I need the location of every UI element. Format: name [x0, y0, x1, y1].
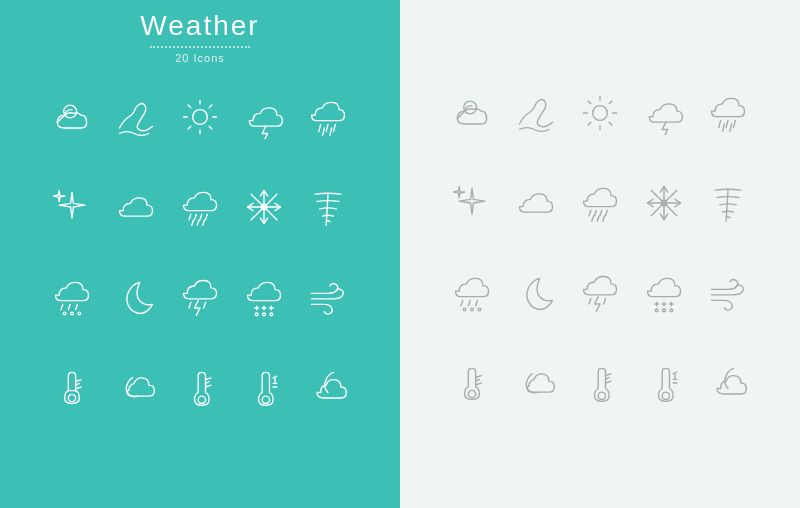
sparkles-icon-r — [440, 158, 504, 248]
bright-sun-icon — [168, 72, 232, 162]
thunder-cloud-icon — [232, 72, 296, 162]
header: Weather 20 Icons — [140, 10, 259, 64]
svg-line-16 — [195, 214, 197, 220]
tornado-icon — [296, 162, 360, 252]
header-title: Weather — [140, 10, 259, 42]
thermometer-hot-icon — [168, 342, 232, 432]
svg-line-36 — [61, 304, 63, 310]
sleet-icon-r — [440, 248, 504, 338]
svg-point-40 — [71, 312, 74, 315]
svg-line-84 — [606, 210, 608, 216]
svg-line-9 — [188, 126, 191, 129]
svg-line-19 — [192, 220, 194, 226]
header-divider — [150, 46, 250, 48]
svg-line-80 — [730, 124, 732, 131]
svg-point-51 — [263, 313, 266, 316]
night-cloud-icon — [104, 342, 168, 432]
svg-line-104 — [476, 300, 478, 306]
cloudy-night-icon — [296, 342, 360, 432]
svg-line-17 — [200, 214, 202, 220]
night-cloud-icon-r — [504, 338, 568, 428]
heavy-rain-icon-r — [568, 158, 632, 248]
sleet-icon — [40, 252, 104, 342]
svg-point-106 — [471, 308, 474, 311]
svg-point-119 — [468, 390, 475, 397]
svg-line-86 — [597, 216, 599, 222]
hot-thermometer-icon — [40, 342, 104, 432]
svg-line-60 — [206, 385, 212, 387]
bright-sun-icon-r — [568, 68, 632, 158]
tornado-icon-r — [696, 158, 760, 248]
icons-grid-right — [440, 68, 760, 428]
svg-line-43 — [204, 303, 206, 309]
svg-point-57 — [198, 396, 205, 403]
svg-line-103 — [468, 300, 470, 306]
svg-line-12 — [334, 124, 336, 131]
svg-line-15 — [189, 214, 191, 220]
hot-thermometer-icon-r — [440, 338, 504, 428]
svg-line-75 — [588, 122, 591, 125]
svg-line-122 — [476, 383, 482, 385]
svg-line-18 — [206, 214, 208, 220]
svg-line-109 — [604, 299, 606, 305]
svg-point-117 — [663, 309, 666, 312]
header-subtitle: 20 Icons — [140, 52, 259, 64]
svg-line-14 — [330, 128, 332, 135]
svg-line-82 — [595, 210, 597, 216]
svg-point-116 — [655, 309, 658, 312]
svg-point-52 — [270, 313, 273, 316]
svg-point-50 — [255, 313, 258, 316]
svg-line-87 — [603, 216, 605, 222]
thermometer-cold-icon — [232, 342, 296, 432]
thunder-rain-icon-r — [568, 248, 632, 338]
svg-line-124 — [606, 374, 612, 376]
snow-cloud-icon — [232, 252, 296, 342]
svg-point-123 — [598, 392, 605, 399]
svg-line-13 — [323, 128, 325, 135]
svg-point-118 — [670, 309, 673, 312]
svg-line-38 — [76, 304, 78, 310]
left-panel: Weather 20 Icons — [0, 0, 400, 508]
svg-line-72 — [588, 101, 591, 104]
svg-line-7 — [209, 126, 212, 129]
svg-line-54 — [76, 380, 82, 382]
svg-point-105 — [463, 308, 466, 311]
cloudy-icon — [104, 162, 168, 252]
icons-grid-left — [40, 72, 360, 432]
svg-line-81 — [589, 210, 591, 216]
crescent-moon-icon-r — [504, 248, 568, 338]
svg-point-61 — [262, 396, 269, 403]
svg-line-77 — [726, 120, 728, 127]
svg-line-56 — [76, 387, 82, 389]
svg-point-127 — [662, 392, 669, 399]
cloudy-icon-r — [504, 158, 568, 248]
svg-line-10 — [319, 124, 321, 131]
partly-cloudy-icon-r — [440, 68, 504, 158]
svg-point-41 — [78, 312, 81, 315]
svg-point-107 — [478, 308, 481, 311]
ocean-wave-icon — [104, 72, 168, 162]
crescent-moon-icon — [104, 252, 168, 342]
ocean-wave-icon-r — [504, 68, 568, 158]
rain-drops-icon-r — [696, 68, 760, 158]
svg-line-21 — [203, 220, 205, 226]
svg-line-76 — [719, 120, 721, 127]
svg-line-37 — [68, 304, 70, 310]
snowflake-icon-r — [632, 158, 696, 248]
wind-icon-r — [696, 248, 760, 338]
snow-cloud-icon-r — [632, 248, 696, 338]
svg-line-20 — [197, 220, 199, 226]
rain-drops-icon — [296, 72, 360, 162]
svg-line-73 — [609, 122, 612, 125]
snowflake-icon — [232, 162, 296, 252]
svg-line-79 — [723, 124, 725, 131]
svg-line-42 — [189, 303, 191, 309]
svg-line-120 — [476, 376, 482, 378]
svg-line-6 — [188, 105, 191, 108]
svg-line-85 — [592, 216, 594, 222]
svg-point-67 — [593, 106, 608, 121]
svg-line-8 — [209, 105, 212, 108]
thunder-cloud-icon-r — [632, 68, 696, 158]
heavy-rain-icon — [168, 162, 232, 252]
svg-line-126 — [606, 381, 612, 383]
